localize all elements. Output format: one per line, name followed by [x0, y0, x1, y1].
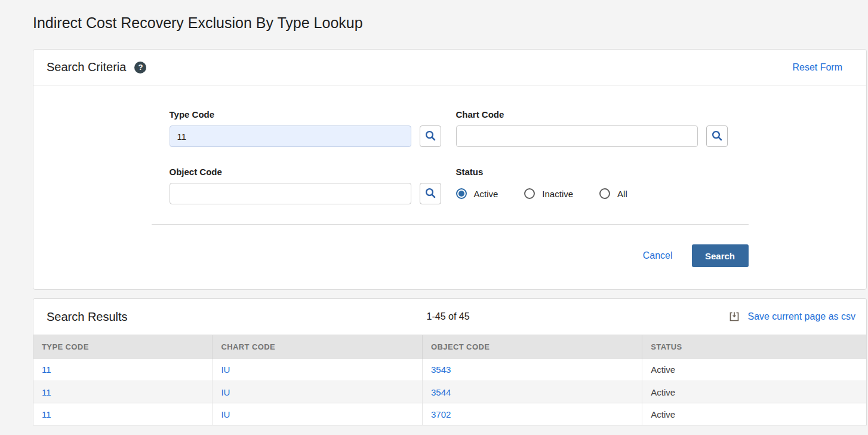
status-radio-active[interactable]: Active: [456, 188, 498, 199]
help-icon[interactable]: ?: [134, 62, 146, 73]
search-button[interactable]: Search: [692, 244, 749, 267]
results-count: 1-45 of 45: [427, 311, 470, 322]
status-value: Active: [642, 381, 866, 403]
status-option-label: All: [617, 189, 627, 199]
chart-code-link[interactable]: IU: [221, 409, 230, 419]
column-header-type-code: TYPE CODE: [33, 335, 213, 359]
cancel-button[interactable]: Cancel: [643, 250, 673, 261]
type-code-link[interactable]: 11: [42, 364, 51, 375]
type-code-field-group: Type Code: [170, 109, 441, 147]
save-csv-label: Save current page as csv: [747, 311, 855, 322]
chart-code-lookup-button[interactable]: [706, 125, 728, 147]
type-code-input[interactable]: [170, 125, 411, 147]
reset-form-link[interactable]: Reset Form: [792, 62, 842, 73]
status-option-label: Active: [474, 189, 498, 199]
type-code-label: Type Code: [170, 109, 441, 120]
search-criteria-body: Type Code: [33, 85, 866, 289]
chart-code-link[interactable]: IU: [221, 364, 230, 375]
search-criteria-title: Search Criteria: [47, 60, 126, 74]
page-title: Indirect Cost Recovery Exclusion By Type…: [33, 14, 868, 32]
radio-icon: [456, 188, 467, 199]
status-radio-inactive[interactable]: Inactive: [524, 188, 573, 199]
object-code-link[interactable]: 3544: [431, 387, 451, 397]
search-criteria-header: Search Criteria ? Reset Form: [33, 50, 866, 85]
status-value: Active: [642, 359, 866, 381]
object-code-input[interactable]: [170, 183, 411, 204]
status-option-label: Inactive: [542, 189, 573, 199]
search-icon: [711, 130, 723, 143]
column-header-object-code: OBJECT CODE: [422, 335, 642, 359]
search-criteria-panel: Search Criteria ? Reset Form Type Code: [33, 49, 867, 290]
radio-icon: [524, 188, 535, 199]
search-icon: [424, 187, 436, 201]
table-row: 11 IU 3544 Active: [33, 381, 866, 403]
type-code-link[interactable]: 11: [42, 387, 51, 397]
search-results-panel: Search Results 1-45 of 45 Save current p…: [33, 298, 867, 425]
search-results-header: Search Results 1-45 of 45 Save current p…: [33, 299, 866, 335]
status-label: Status: [456, 167, 728, 177]
chart-code-input[interactable]: [456, 125, 698, 147]
object-code-field-group: Object Code: [170, 167, 441, 204]
chart-code-link[interactable]: IU: [221, 387, 230, 397]
status-field-group: Status Active Inactive All: [456, 167, 728, 204]
search-results-title: Search Results: [47, 310, 128, 324]
status-value: Active: [642, 403, 866, 425]
form-divider: [152, 224, 749, 225]
object-code-label: Object Code: [170, 167, 441, 177]
status-radio-all[interactable]: All: [599, 188, 627, 199]
results-table: TYPE CODE CHART CODE OBJECT CODE STATUS …: [33, 335, 866, 425]
chart-code-label: Chart Code: [456, 109, 728, 120]
column-header-status: STATUS: [642, 335, 866, 359]
object-code-link[interactable]: 3543: [431, 364, 451, 375]
column-header-chart-code: CHART CODE: [213, 335, 423, 359]
type-code-link[interactable]: 11: [42, 409, 51, 419]
radio-icon: [599, 188, 610, 199]
search-icon: [424, 130, 436, 143]
type-code-lookup-button[interactable]: [420, 125, 441, 147]
table-row: 11 IU 3543 Active: [33, 359, 866, 381]
chart-code-field-group: Chart Code: [456, 109, 728, 147]
status-radio-group: Active Inactive All: [456, 183, 728, 204]
object-code-lookup-button[interactable]: [420, 183, 441, 204]
table-row: 11 IU 3702 Active: [33, 403, 866, 425]
save-csv-link[interactable]: Save current page as csv: [728, 311, 855, 323]
object-code-link[interactable]: 3702: [431, 409, 451, 419]
download-icon: [728, 311, 740, 323]
results-table-header-row: TYPE CODE CHART CODE OBJECT CODE STATUS: [33, 335, 866, 359]
